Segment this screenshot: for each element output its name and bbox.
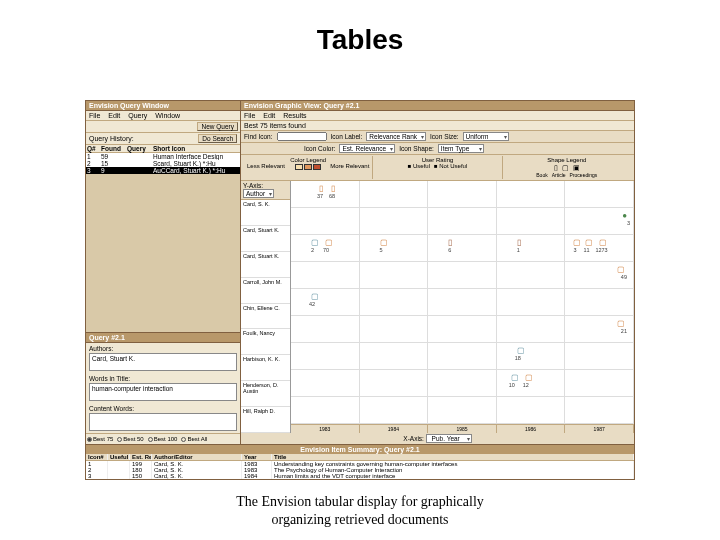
book-icon: ▯ bbox=[554, 164, 558, 172]
content-words-label: Content Words: bbox=[89, 405, 237, 412]
doc-icon[interactable]: ▢ bbox=[617, 265, 625, 274]
icon-label-dropdown[interactable]: Relevance Rank bbox=[366, 132, 426, 141]
result-grid: ▯37▯68 ●3 ▢2▢70▢5▯6▯1▢3▢11▢1273 ▢49 ▢42 … bbox=[291, 181, 634, 433]
graphic-view: Envision Graphic View: Query #2.1 File E… bbox=[241, 101, 634, 444]
query-panel-title: Query #2.1 bbox=[86, 333, 240, 343]
sum-col-year: Year bbox=[242, 454, 272, 460]
menu-query[interactable]: Query bbox=[128, 112, 147, 119]
yaxis-dropdown[interactable]: Author bbox=[243, 189, 274, 198]
do-search-button[interactable]: Do Search bbox=[198, 134, 237, 143]
doc-icon[interactable]: ▢ bbox=[585, 238, 593, 247]
words-title-input[interactable]: human-computer interaction bbox=[89, 383, 237, 401]
sum-col-title: Title bbox=[272, 454, 634, 460]
y-cell: Carroll, John M. bbox=[241, 278, 290, 304]
menu-file[interactable]: File bbox=[89, 112, 100, 119]
proceedings-icon: ▣ bbox=[573, 164, 580, 172]
color-legend: Color Legend Less Relevant More Relevant bbox=[244, 156, 373, 179]
xaxis-dropdown[interactable]: Pub. Year bbox=[426, 434, 472, 443]
menu-edit2[interactable]: Edit bbox=[263, 112, 275, 119]
y-cell: Harbison, K. K. bbox=[241, 355, 290, 381]
x-cell: 1983 bbox=[291, 425, 360, 433]
doc-icon[interactable]: ▢ bbox=[511, 373, 519, 382]
doc-icon[interactable]: ▢ bbox=[380, 238, 388, 247]
doc-icon[interactable]: ● bbox=[622, 211, 627, 220]
rating-legend: User Rating ■ Useful ■ Not Useful bbox=[373, 156, 502, 179]
envision-app: Envision Query Window File Edit Query Wi… bbox=[85, 100, 635, 480]
radio-best100[interactable]: Best 100 bbox=[148, 436, 178, 442]
col-q: Q# bbox=[86, 145, 100, 152]
find-icon-input[interactable] bbox=[277, 132, 327, 141]
slide-caption: The Envision tabular display for graphic… bbox=[0, 493, 720, 529]
doc-icon[interactable]: ▯ bbox=[331, 184, 335, 193]
graphic-menubar: File Edit Results bbox=[241, 111, 634, 121]
y-cell: Foulk, Nancy bbox=[241, 329, 290, 355]
menu-edit[interactable]: Edit bbox=[108, 112, 120, 119]
col-query: Query bbox=[126, 145, 152, 152]
y-cell: Hill, Ralph D. bbox=[241, 407, 290, 433]
doc-icon[interactable]: ▢ bbox=[311, 292, 319, 301]
words-title-label: Words in Title: bbox=[89, 375, 237, 382]
history-row[interactable]: 159Human Interface Design bbox=[86, 153, 240, 160]
y-cell: Card, S. K. bbox=[241, 200, 290, 226]
x-cell: 1984 bbox=[360, 425, 429, 433]
xaxis-label: X-Axis: bbox=[403, 435, 424, 442]
history-row[interactable]: 215Scard, Stuart K.) *:Hu bbox=[86, 160, 240, 167]
slide-title: Tables bbox=[0, 24, 720, 56]
query-window-title: Envision Query Window bbox=[86, 101, 240, 111]
y-cell: Chin, Ellene C. bbox=[241, 304, 290, 330]
doc-icon[interactable]: ▢ bbox=[573, 238, 581, 247]
y-cell: Henderson, D. Austin bbox=[241, 381, 290, 407]
result-limit-radios: Best 75 Best 50 Best 100 Best All bbox=[86, 433, 240, 444]
icon-shape-dropdown[interactable]: Item Type bbox=[438, 144, 484, 153]
sum-col-useful: Useful bbox=[108, 454, 130, 460]
y-cell: Card, Stuart K. bbox=[241, 252, 290, 278]
icon-size-dropdown[interactable]: Uniform bbox=[463, 132, 509, 141]
radio-best75[interactable]: Best 75 bbox=[87, 436, 113, 442]
icon-color-dropdown[interactable]: Est. Relevance bbox=[339, 144, 395, 153]
query-menubar: File Edit Query Window bbox=[86, 111, 240, 121]
article-icon: ▢ bbox=[562, 164, 569, 172]
authors-input[interactable]: Card, Stuart K. bbox=[89, 353, 237, 371]
item-summary: Envision Item Summary: Query #2.1 Icon# … bbox=[86, 444, 634, 479]
history-body: 159Human Interface Design 215Scard, Stua… bbox=[86, 153, 240, 174]
summary-title: Envision Item Summary: Query #2.1 bbox=[86, 445, 634, 454]
doc-icon[interactable]: ▢ bbox=[325, 238, 333, 247]
authors-label: Authors: bbox=[89, 345, 237, 352]
content-words-input[interactable] bbox=[89, 413, 237, 431]
query-window: Envision Query Window File Edit Query Wi… bbox=[86, 101, 241, 444]
radio-best50[interactable]: Best 50 bbox=[117, 436, 143, 442]
doc-icon[interactable]: ▢ bbox=[617, 319, 625, 328]
x-cell: 1985 bbox=[428, 425, 497, 433]
sum-col-icon: Icon# bbox=[86, 454, 108, 460]
radio-bestall[interactable]: Best All bbox=[181, 436, 207, 442]
doc-icon[interactable]: ▯ bbox=[319, 184, 323, 193]
col-short: Short Icon bbox=[152, 145, 240, 152]
doc-icon[interactable]: ▢ bbox=[311, 238, 319, 247]
status-text: Best 75 items found bbox=[241, 121, 634, 131]
menu-window[interactable]: Window bbox=[155, 112, 180, 119]
y-cell: Card, Stuart K. bbox=[241, 226, 290, 252]
menu-results[interactable]: Results bbox=[283, 112, 306, 119]
query-history-label: Query History: bbox=[89, 135, 134, 142]
doc-icon[interactable]: ▯ bbox=[517, 238, 521, 247]
icon-size-label: Icon Size: bbox=[430, 133, 459, 140]
doc-icon[interactable]: ▢ bbox=[525, 373, 533, 382]
doc-icon[interactable]: ▢ bbox=[599, 238, 607, 247]
col-found: Found bbox=[100, 145, 126, 152]
icon-label-label: Icon Label: bbox=[331, 133, 363, 140]
summary-row[interactable]: 3150Card, S. K.1984Human limits and the … bbox=[86, 473, 634, 479]
shape-legend: Shape Legend ▯ ▢ ▣ Book Article Proceedi… bbox=[503, 156, 631, 179]
doc-icon[interactable]: ▯ bbox=[448, 238, 452, 247]
icon-shape-label: Icon Shape: bbox=[399, 145, 434, 152]
new-query-button[interactable]: New Query bbox=[197, 122, 238, 131]
sum-col-rel: Est. Rel bbox=[130, 454, 152, 460]
find-icon-label: Find Icon: bbox=[244, 133, 273, 140]
yaxis-label: Y-Axis: bbox=[243, 182, 263, 189]
history-header: Q# Found Query Short Icon bbox=[86, 145, 240, 153]
menu-file2[interactable]: File bbox=[244, 112, 255, 119]
legends: Color Legend Less Relevant More Relevant… bbox=[241, 155, 634, 181]
x-cell: 1986 bbox=[497, 425, 566, 433]
history-row-selected[interactable]: 39AuCCard, Stuart K.) *:Hu bbox=[86, 167, 240, 174]
doc-icon[interactable]: ▢ bbox=[517, 346, 525, 355]
sum-col-author: Author/Editor bbox=[152, 454, 242, 460]
